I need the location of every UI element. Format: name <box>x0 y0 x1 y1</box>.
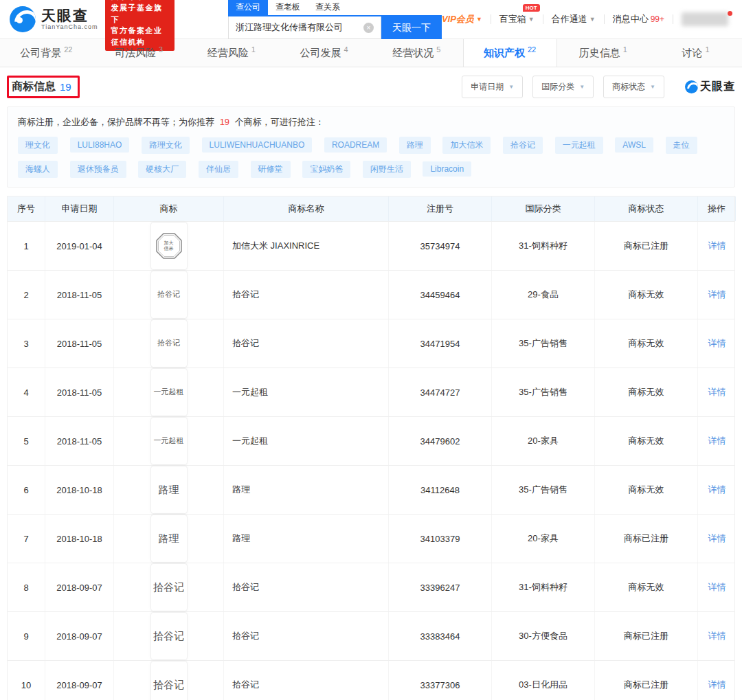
trademark-image[interactable]: 一元起租 <box>150 417 188 465</box>
detail-link[interactable]: 详情 <box>708 581 726 594</box>
search-input[interactable] <box>229 16 363 38</box>
search-area: 查公司 查老板 查关系 × 天眼一下 <box>228 0 442 39</box>
trademark-image[interactable]: 拾谷记 <box>150 271 188 319</box>
trademark-tag[interactable]: 研修堂 <box>251 161 291 178</box>
trademark-text: 拾谷记 <box>152 630 186 642</box>
trademark-image[interactable]: 加大信米 加大 信米 <box>150 222 188 270</box>
trademark-image[interactable]: 路理 <box>150 515 188 563</box>
table-row: 8 2018-09-07 拾谷记 <box>8 563 734 612</box>
trademark-tag[interactable]: 路理文化 <box>142 137 190 154</box>
nav-partner[interactable]: 合作通道 ▼ <box>552 13 596 25</box>
page-tab[interactable]: 司法风险 3 <box>93 39 186 67</box>
trademark-tag[interactable]: 宝妈奶爸 <box>302 161 350 178</box>
trademark-image[interactable]: 拾谷记 <box>150 612 188 660</box>
row-reg-no: 34459464 <box>389 271 492 319</box>
header-mark-name: 商标名称 <box>224 196 389 221</box>
detail-link[interactable]: 详情 <box>708 240 726 252</box>
row-intl-class: 35-广告销售 <box>492 319 595 368</box>
trademark-tag[interactable]: 走位 <box>666 137 697 154</box>
row-apply-date: 2018-09-07 <box>45 612 114 660</box>
page-tab[interactable]: 公司发展 4 <box>278 39 370 67</box>
trademark-tag[interactable]: ROADREAM <box>324 137 387 153</box>
trademark-image[interactable]: 一元起租 <box>150 368 188 416</box>
row-mark-cell: 拾谷记 <box>114 563 224 611</box>
row-mark-cell: 拾谷记 <box>114 271 224 319</box>
trademark-tag[interactable]: 拾谷记 <box>503 137 543 154</box>
tab-count: 4 <box>344 45 348 54</box>
trademark-tag[interactable]: Libracoin <box>423 161 471 177</box>
row-status: 商标无效 <box>595 319 698 368</box>
trademark-tag[interactable]: AWSL <box>615 137 653 153</box>
trademark-tag[interactable]: 海螺人 <box>18 161 58 178</box>
trademark-image[interactable]: 拾谷记 <box>150 563 188 611</box>
search-tab-relation[interactable]: 查关系 <box>308 0 348 15</box>
search-tab-company[interactable]: 查公司 <box>228 0 268 15</box>
tab-count: 22 <box>528 45 536 54</box>
search-tabs: 查公司 查老板 查关系 <box>228 0 442 16</box>
clear-search-icon[interactable]: × <box>363 23 374 33</box>
nav-messages[interactable]: 消息中心 99+ <box>613 13 664 25</box>
trademark-tag[interactable]: LULIWENHUACHUANBO <box>202 137 313 153</box>
trademark-tag[interactable]: 一元起租 <box>555 137 603 154</box>
trademark-tag[interactable]: 路理 <box>399 137 431 154</box>
tianyancha-logo[interactable]: 天眼查 TianYanCha.com <box>10 6 98 32</box>
tianyancha-watermark: 天眼查 <box>685 80 735 94</box>
trademark-tag[interactable]: 加大信米 <box>442 137 491 154</box>
chevron-down-icon: ▼ <box>589 16 596 23</box>
page-tab[interactable]: 经营风险 1 <box>186 39 278 67</box>
tab-count: 3 <box>159 45 163 54</box>
detail-link[interactable]: 详情 <box>708 532 726 545</box>
nav-vip[interactable]: VIP会员 ▼ <box>442 13 482 25</box>
trademark-image[interactable]: 拾谷记 <box>150 661 188 700</box>
detail-link[interactable]: 详情 <box>708 386 726 398</box>
trademark-tag[interactable]: LULI88HAO <box>70 137 130 153</box>
trademark-tag[interactable]: 理文化 <box>18 137 58 154</box>
header-reg-no: 注册号 <box>389 196 492 221</box>
row-mark-name: 一元起租 <box>224 368 389 416</box>
page-tab[interactable]: 知识产权 22 <box>463 39 557 67</box>
detail-link[interactable]: 详情 <box>708 435 726 447</box>
row-reg-no: 35734974 <box>389 222 492 270</box>
filter-label: 商标状态 <box>612 81 645 93</box>
detail-link[interactable]: 详情 <box>708 630 726 642</box>
table-row: 5 2018-11-05 一元起租 <box>8 417 734 466</box>
detail-link[interactable]: 详情 <box>708 484 726 496</box>
tab-label: 知识产权 <box>484 47 525 60</box>
toolbox-label: 百宝箱 <box>499 13 526 25</box>
search-button[interactable]: 天眼一下 <box>381 16 442 39</box>
messages-count-badge: 99+ <box>651 14 664 24</box>
trademark-tag[interactable]: 退休预备员 <box>70 161 126 178</box>
search-tab-boss[interactable]: 查老板 <box>268 0 308 15</box>
detail-link[interactable]: 详情 <box>708 289 726 301</box>
chevron-down-icon: ▼ <box>650 84 655 90</box>
filter-dropdown[interactable]: 申请日期 ▼ <box>462 76 523 98</box>
trademark-image[interactable]: 路理 <box>150 466 188 514</box>
page-tab[interactable]: 经营状况 5 <box>370 39 463 67</box>
table-row: 4 2018-11-05 一元起租 <box>8 368 734 417</box>
top-header: 天眼查 TianYanCha.com 国家中小企业发展子基金旗下 官方备案企业征… <box>0 0 742 38</box>
filter-dropdown[interactable]: 商标状态 ▼ <box>603 76 664 98</box>
row-status: 商标无效 <box>595 271 698 319</box>
user-account[interactable] <box>682 11 732 27</box>
table-row: 3 2018-11-05 拾谷记 <box>8 319 734 368</box>
tab-count: 1 <box>623 45 627 54</box>
page-tab[interactable]: 公司背景 22 <box>0 39 93 67</box>
page-tab[interactable]: 历史信息 1 <box>557 39 650 67</box>
detail-link[interactable]: 详情 <box>708 337 726 350</box>
row-index: 5 <box>8 417 45 465</box>
row-mark-cell: 拾谷记 <box>114 612 224 660</box>
nav-divider <box>543 14 543 24</box>
trademark-tag[interactable]: 伴仙居 <box>199 161 238 178</box>
row-apply-date: 2019-01-04 <box>45 222 114 270</box>
nav-toolbox[interactable]: 百宝箱 ▼ HOT <box>499 13 535 25</box>
trademark-tag[interactable]: 闲野生活 <box>363 161 411 178</box>
search-input-box: × <box>228 16 381 39</box>
section-title: 商标信息 <box>12 80 56 94</box>
trademark-image[interactable]: 拾谷记 <box>150 319 188 368</box>
row-intl-class: 20-家具 <box>492 515 595 563</box>
detail-link[interactable]: 详情 <box>708 679 726 691</box>
page-tab[interactable]: 讨论 1 <box>649 39 742 67</box>
filter-dropdown[interactable]: 国际分类 ▼ <box>532 76 594 98</box>
row-mark-name: 拾谷记 <box>224 319 389 368</box>
trademark-tag[interactable]: 硬核大厂 <box>138 161 186 178</box>
